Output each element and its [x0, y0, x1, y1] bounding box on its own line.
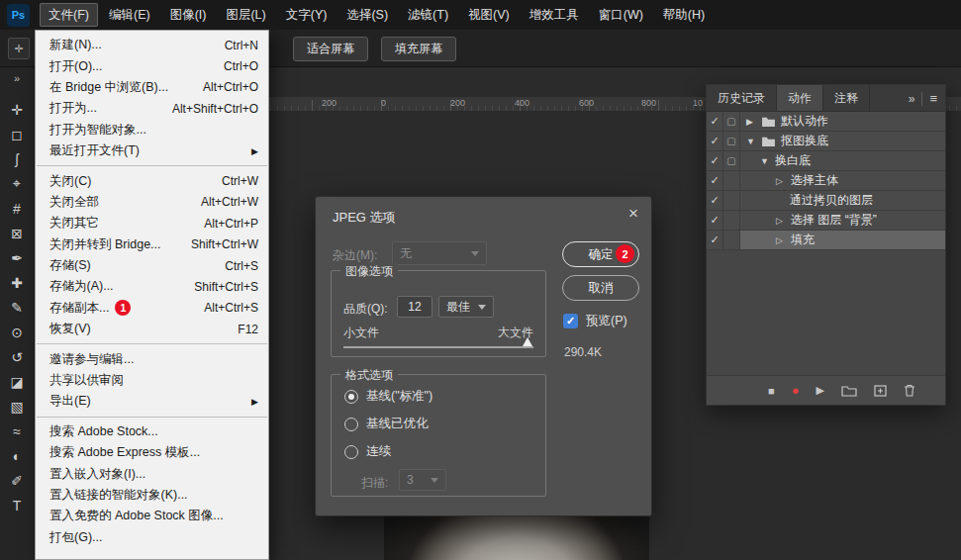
file-menu-item[interactable]: 关闭全部 Alt+Ctrl+W — [36, 192, 268, 213]
tool-button[interactable]: ✚ — [4, 270, 31, 295]
expand-arrow-icon[interactable]: ▷ — [776, 216, 786, 226]
dialog-toggle[interactable]: ▢ — [723, 151, 740, 170]
tool-button[interactable]: T — [4, 493, 31, 517]
delete-button[interactable] — [904, 384, 915, 397]
action-row[interactable]: ✓ ▷ 选择 图层 “背景” — [707, 211, 945, 231]
new-action-button[interactable] — [874, 385, 887, 397]
file-menu-item[interactable]: 关闭(C) Ctrl+W — [36, 170, 268, 191]
dialog-toggle[interactable] — [723, 171, 740, 190]
tool-button[interactable]: ◪ — [4, 369, 31, 394]
file-menu-item[interactable]: 存储为(A)... Shift+Ctrl+S — [36, 276, 268, 297]
play-button[interactable]: ▶ — [817, 384, 824, 397]
tool-button[interactable]: ʃ — [4, 146, 31, 171]
file-menu-item[interactable]: 置入免费的 Adobe Stock 图像... — [36, 506, 268, 526]
tool-preset-icon[interactable]: ✛ — [8, 38, 30, 59]
dialog-toggle[interactable]: ▢ — [723, 132, 740, 150]
quality-slider-track[interactable] — [343, 346, 533, 348]
tool-button[interactable]: ◐ — [4, 443, 31, 468]
radio-option[interactable]: 基线("标准") — [344, 389, 432, 404]
file-menu-item[interactable]: 打开为... Alt+Shift+Ctrl+O — [36, 98, 268, 119]
menu-bar-item[interactable]: 选择(S) — [337, 3, 397, 27]
radio-button[interactable] — [344, 445, 358, 459]
include-checkmark[interactable]: ✓ — [707, 151, 723, 170]
tool-button[interactable]: ◻ — [4, 122, 31, 146]
radio-button[interactable] — [344, 418, 358, 431]
menu-bar-item[interactable]: 图像(I) — [161, 3, 216, 27]
menu-bar-item[interactable]: 编辑(E) — [100, 3, 159, 27]
quality-slider-handle[interactable] — [523, 337, 532, 346]
stop-button[interactable]: ■ — [768, 385, 775, 397]
tool-button[interactable]: ✎ — [4, 295, 31, 320]
record-button[interactable]: ● — [792, 383, 800, 398]
menu-bar-item[interactable]: 图层(L) — [217, 3, 274, 27]
tool-button[interactable]: ✐ — [4, 468, 31, 493]
file-menu-item[interactable]: 打包(G)... — [36, 527, 268, 548]
tool-button[interactable]: ⌖ — [4, 171, 31, 196]
expand-arrow-icon[interactable]: ▼ — [746, 137, 756, 146]
preview-checkbox[interactable]: ✓ — [563, 314, 578, 328]
file-menu-item[interactable]: 搜索 Adobe Express 模板... — [36, 442, 268, 463]
tool-button[interactable]: ↺ — [4, 344, 31, 369]
file-menu-item[interactable]: 置入嵌入对象(I)... — [36, 463, 268, 484]
action-row[interactable]: ✓ ▢ ▼ 换白底 — [707, 151, 945, 171]
dialog-toggle[interactable] — [723, 231, 740, 249]
action-row[interactable]: ✓ ▢ ▼ 抠图换底 — [707, 132, 945, 151]
panel-menu-icon[interactable]: ≡ — [929, 91, 937, 106]
panel-tab[interactable]: 动作 — [777, 85, 823, 111]
action-row[interactable]: ✓ ▢ ▶ 默认动作 — [707, 112, 945, 132]
tool-button[interactable]: ✛ — [4, 97, 31, 122]
new-set-button[interactable] — [841, 385, 857, 397]
include-checkmark[interactable]: ✓ — [707, 211, 723, 230]
dialog-toggle[interactable] — [723, 191, 740, 210]
file-menu-item[interactable]: 关闭并转到 Bridge... Shift+Ctrl+W — [36, 234, 268, 255]
file-menu-item[interactable]: 在 Bridge 中浏览(B)... Alt+Ctrl+O — [36, 77, 268, 98]
radio-option[interactable]: 基线已优化 — [344, 417, 429, 431]
file-menu-item[interactable]: 打开(O)... Ctrl+O — [36, 55, 268, 76]
matte-select[interactable]: 无 — [392, 241, 487, 265]
menu-bar-item[interactable]: 增效工具 — [521, 3, 588, 27]
quality-input[interactable]: 12 — [397, 296, 432, 318]
tool-button[interactable]: ▧ — [4, 394, 31, 419]
expand-arrow-icon[interactable]: ▷ — [776, 176, 786, 186]
fit-screen-button[interactable]: 适合屏幕 — [293, 37, 368, 61]
include-checkmark[interactable]: ✓ — [707, 231, 723, 249]
menu-bar-item[interactable]: 帮助(H) — [654, 3, 714, 27]
file-menu-item[interactable]: 恢复(V) F12 — [36, 319, 268, 339]
include-checkmark[interactable]: ✓ — [707, 191, 723, 210]
panel-tab[interactable]: 注释 — [823, 85, 870, 111]
radio-button[interactable] — [344, 390, 358, 404]
file-menu-item[interactable]: 新建(N)... Ctrl+N — [36, 35, 268, 55]
file-menu-item[interactable]: 邀请参与编辑... — [36, 348, 268, 369]
expand-arrow-icon[interactable]: ▷ — [776, 235, 786, 245]
menu-bar-item[interactable]: 窗口(W) — [590, 3, 652, 27]
file-menu-item[interactable]: 搜索 Adobe Stock... — [36, 421, 268, 442]
fill-screen-button[interactable]: 填充屏幕 — [381, 37, 456, 61]
file-menu-item[interactable]: 存储副本... 1 Alt+Ctrl+S — [36, 298, 268, 319]
include-checkmark[interactable]: ✓ — [707, 171, 723, 190]
file-menu-item[interactable]: 导出(E) ▶ — [36, 391, 268, 412]
tool-button[interactable]: ✒ — [4, 245, 31, 270]
quality-preset-select[interactable]: 最佳 — [438, 296, 494, 318]
menu-bar-item[interactable]: 文字(Y) — [277, 3, 336, 27]
expand-arrow-icon[interactable]: ▶ — [746, 117, 756, 127]
include-checkmark[interactable]: ✓ — [707, 112, 723, 131]
file-menu-item[interactable]: 最近打开文件(T) ▶ — [36, 140, 268, 161]
tool-button[interactable]: ⊠ — [4, 221, 31, 245]
file-menu-item[interactable] — [37, 165, 267, 166]
dialog-toggle[interactable]: ▢ — [723, 112, 740, 131]
dialog-toggle[interactable] — [723, 211, 740, 230]
collapse-panel-icon[interactable]: » — [909, 92, 915, 106]
action-row[interactable]: ✓ ▷ 填充 — [707, 231, 945, 250]
action-row[interactable]: ✓ ▷ 选择主体 — [707, 171, 945, 191]
cancel-button[interactable]: 取消 — [562, 275, 639, 301]
file-menu-item[interactable]: 存储(S) Ctrl+S — [36, 255, 268, 276]
collapse-toolbar-icon[interactable]: » — [14, 72, 20, 84]
tool-button[interactable]: ⊙ — [4, 320, 31, 344]
expand-arrow-icon[interactable]: ▼ — [760, 156, 770, 166]
file-menu-item[interactable]: 关闭其它 Alt+Ctrl+P — [36, 213, 268, 233]
file-menu-item[interactable]: 置入链接的智能对象(K)... — [36, 485, 268, 506]
action-row[interactable]: ✓ 通过拷贝的图层 — [707, 191, 945, 211]
scans-select[interactable]: 3 — [399, 469, 446, 491]
include-checkmark[interactable]: ✓ — [707, 132, 723, 150]
menu-bar-item[interactable]: 文件(F) — [40, 3, 98, 27]
